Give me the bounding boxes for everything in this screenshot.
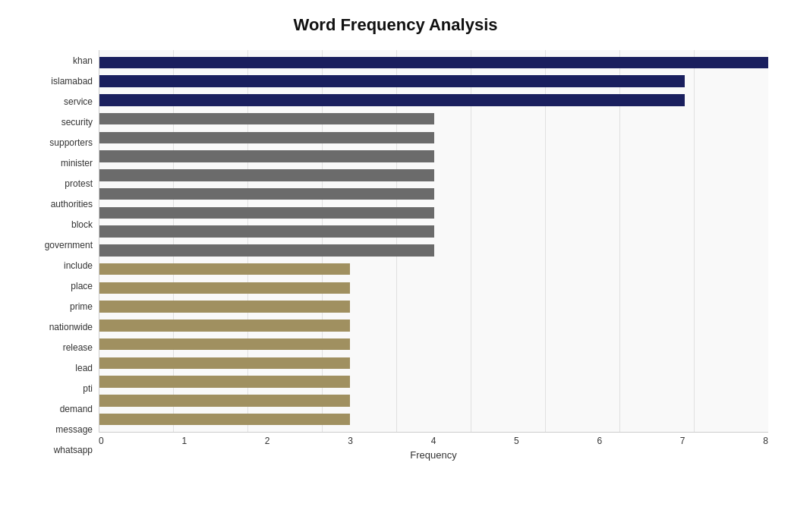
bar <box>99 301 350 312</box>
chart-area: khanislamabadservicesecuritysupportersmi… <box>23 50 768 461</box>
bar <box>99 320 350 331</box>
x-tick-label: 6 <box>597 436 602 446</box>
y-label: authorities <box>51 200 93 209</box>
y-label: supporters <box>49 138 93 147</box>
bar-row <box>99 203 768 222</box>
bar <box>99 207 434 219</box>
bar-row <box>99 335 768 354</box>
bar-row <box>99 410 768 429</box>
bar-row <box>99 241 768 260</box>
bar-row <box>99 354 768 373</box>
bar-row <box>99 222 768 241</box>
chart-title: Word Frequency Analysis <box>23 15 768 35</box>
bar-row <box>99 147 768 166</box>
bar-row <box>99 184 768 203</box>
x-axis: 012345678 <box>99 433 768 446</box>
bar <box>99 113 434 124</box>
y-label: security <box>61 118 93 127</box>
bar-row <box>99 260 768 279</box>
x-tick-label: 7 <box>680 436 685 446</box>
bar-row <box>99 279 768 297</box>
y-label: prime <box>70 302 93 311</box>
bar <box>99 169 434 181</box>
chart-container: Word Frequency Analysis khanislamabadser… <box>0 0 791 532</box>
bar-row <box>99 109 768 128</box>
y-label: place <box>71 282 93 291</box>
bar <box>99 94 685 105</box>
bar-row <box>99 392 768 411</box>
bar <box>99 357 350 369</box>
y-label: whatsapp <box>54 445 93 455</box>
y-label: demand <box>60 405 93 414</box>
bar-row <box>99 53 768 72</box>
bar <box>99 244 434 256</box>
y-label: nationwide <box>49 323 93 332</box>
y-label: protest <box>65 179 93 188</box>
bar <box>99 57 768 68</box>
bar <box>99 395 350 406</box>
y-label: lead <box>75 364 93 373</box>
y-label: message <box>55 425 93 434</box>
x-tick-label: 5 <box>514 436 519 446</box>
bar-row <box>99 72 768 91</box>
y-axis: khanislamabadservicesecuritysupportersmi… <box>23 50 99 461</box>
bar-row <box>99 373 768 392</box>
bar-row <box>99 297 768 316</box>
bar-row <box>99 166 768 185</box>
bar-row <box>99 316 768 335</box>
bars-wrapper <box>99 50 768 432</box>
bar <box>99 225 434 237</box>
y-label: khan <box>73 56 93 65</box>
bar <box>99 188 434 200</box>
y-label: minister <box>61 159 93 168</box>
x-tick-label: 4 <box>431 436 436 446</box>
y-label: government <box>45 241 93 250</box>
bars-area <box>99 50 768 433</box>
x-tick-label: 3 <box>348 436 353 446</box>
bar <box>99 150 434 162</box>
bars-and-x: 012345678 Frequency <box>99 50 768 461</box>
x-tick-label: 8 <box>763 436 768 446</box>
bar-row <box>99 128 768 147</box>
y-label: islamabad <box>51 77 93 86</box>
bar <box>99 376 350 387</box>
x-tick-label: 2 <box>265 436 270 446</box>
bar <box>99 263 350 275</box>
bar <box>99 338 350 350</box>
bar <box>99 414 350 425</box>
bar <box>99 75 685 87</box>
y-label: pti <box>83 384 93 393</box>
y-label: include <box>64 261 93 270</box>
bar <box>99 132 434 143</box>
x-tick-label: 1 <box>181 436 187 446</box>
y-label: block <box>71 220 93 229</box>
x-axis-title: Frequency <box>99 449 768 461</box>
bar-row <box>99 91 768 110</box>
y-label: service <box>64 97 93 106</box>
y-label: release <box>63 343 93 352</box>
bar <box>99 282 350 294</box>
x-tick-label: 0 <box>99 436 104 446</box>
